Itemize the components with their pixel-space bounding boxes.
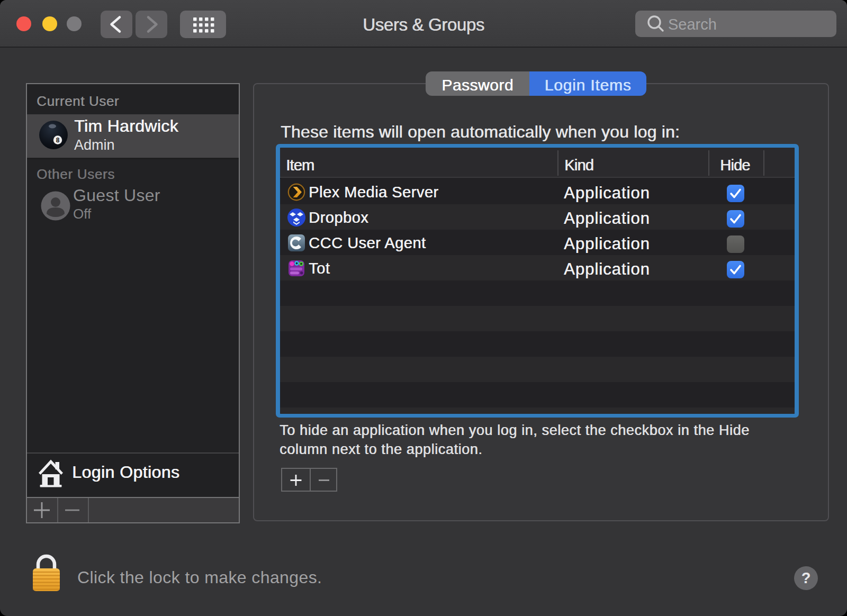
svg-text:8: 8 bbox=[56, 137, 60, 144]
